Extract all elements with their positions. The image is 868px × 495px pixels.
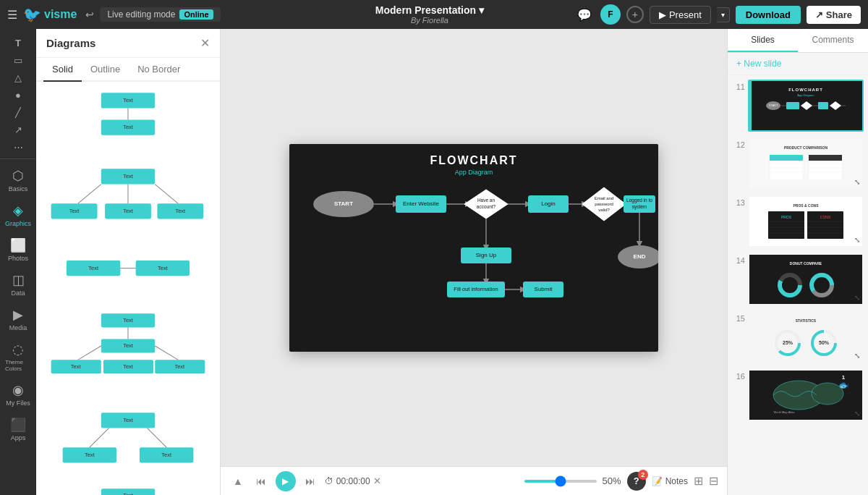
new-slide-btn[interactable]: + New slide	[728, 53, 868, 75]
slide-thumb-15[interactable]: 15 STATISTICS 25% 50% ⤡	[732, 311, 864, 363]
prev-frame-btn[interactable]: ⏮	[252, 474, 270, 488]
diagram-item-1[interactable]: Text Text	[43, 89, 213, 153]
logo-bird-icon: 🐦	[23, 6, 41, 23]
sidebar-item-my-files[interactable]: ◉ My Files	[2, 378, 34, 411]
diagram-svg-6: Text Text Text	[43, 485, 213, 495]
tab-outline[interactable]: Outline	[82, 58, 129, 82]
slide-preview-16[interactable]: World Map Atlas 🐟 1 ⤡	[748, 369, 864, 421]
diagram-svg-4: Text Text Text Text Text	[43, 310, 213, 394]
svg-rect-100	[770, 155, 803, 161]
sidebar-item-media[interactable]: ▶ Media	[2, 302, 34, 336]
grid-view-btn[interactable]: ⊞	[694, 474, 703, 488]
list-view-btn[interactable]: ⊟	[709, 474, 718, 488]
slide-thumb-14[interactable]: 14 DONUT COMPARE ⤡	[732, 253, 864, 305]
slide-thumbnail-svg-12: PRODUCT COMPARISON	[762, 142, 849, 185]
stop-btn[interactable]: ✕	[373, 475, 381, 486]
panel-close-btn[interactable]: ✕	[200, 36, 210, 50]
graphics-icon: ◈	[13, 203, 23, 219]
topbar-left: ☰ 🐦 visme ↩ Live editing mode Online	[7, 6, 285, 23]
svg-text:Text: Text	[123, 417, 134, 423]
prev-slide-btn[interactable]: ▲	[229, 474, 247, 488]
slide-preview-11[interactable]: FLOWCHART App Diagram START	[748, 80, 864, 132]
expand-icon-14: ⤡	[854, 294, 860, 302]
svg-text:Text: Text	[71, 363, 82, 369]
sidebar-item-apps[interactable]: ⬛ Apps	[2, 412, 34, 446]
svg-text:Email and: Email and	[595, 196, 614, 200]
more-tools-btn[interactable]: ⋯	[9, 139, 27, 156]
svg-text:END: END	[634, 253, 646, 260]
notes-btn[interactable]: 📝 Notes	[652, 476, 688, 486]
flowchart-svg: START Enter Website Have an account?	[289, 172, 658, 345]
diagram-svg-5: Text Text Text	[43, 409, 213, 470]
slide-num-16: 16	[732, 372, 745, 381]
slides-tabs: Slides Comments	[728, 29, 868, 53]
svg-text:DONUT COMPARE: DONUT COMPARE	[790, 261, 822, 266]
play-icon: ▶	[659, 9, 666, 20]
logo: 🐦 visme	[23, 6, 77, 23]
notes-icon: 📝	[652, 476, 663, 486]
diagram-svg-3: Text Text	[43, 249, 213, 295]
svg-text:Text: Text	[88, 264, 99, 271]
presentation-title[interactable]: Modern Presentation ▾	[375, 4, 484, 16]
arrow-tool-btn[interactable]: ↗	[10, 122, 27, 138]
diagram-item-3[interactable]: Text Text	[43, 249, 213, 298]
canvas-scroll[interactable]: FLOWCHART App Diagram START Enter Websit…	[221, 29, 727, 466]
svg-text:account?: account?	[477, 204, 496, 209]
present-button[interactable]: ▶ Present	[650, 6, 711, 24]
share-button[interactable]: ↗ Share	[807, 6, 861, 24]
rect-tool-btn[interactable]: ▭	[9, 52, 27, 69]
tab-comments[interactable]: Comments	[798, 29, 868, 52]
next-frame-btn[interactable]: ⏭	[302, 474, 319, 488]
notification-badge: 2	[638, 470, 648, 480]
svg-line-8	[155, 185, 178, 204]
circle-tool-btn[interactable]: ●	[11, 87, 25, 103]
time-value: 00:00:00	[336, 476, 370, 486]
slide-preview-12[interactable]: PRODUCT COMPARISON ⤡	[748, 138, 864, 190]
sidebar-item-photos[interactable]: ⬜ Photos	[2, 233, 34, 266]
undo-icon[interactable]: ↩	[85, 9, 94, 20]
sidebar-item-theme-colors[interactable]: ◌ Theme Colors	[2, 337, 34, 376]
sidebar-item-graphics[interactable]: ◈ Graphics	[2, 198, 34, 232]
photos-icon: ⬜	[10, 237, 26, 253]
sidebar-item-data[interactable]: ◫ Data	[2, 268, 34, 301]
help-btn[interactable]: ? 2	[627, 472, 646, 491]
add-collaborator-btn[interactable]: +	[626, 6, 644, 23]
live-mode-label: Live editing mode	[107, 9, 175, 20]
tab-solid[interactable]: Solid	[43, 58, 82, 82]
play-pause-btn[interactable]: ▶	[276, 471, 296, 491]
slide-preview-13[interactable]: PROS & CONS PROS CONS ⤡	[748, 195, 864, 248]
slide-thumb-12[interactable]: 12 PRODUCT COMPARISON	[732, 138, 864, 190]
diagram-item-4[interactable]: Text Text Text Text Text	[43, 310, 213, 397]
line-tool-btn[interactable]: ╱	[11, 104, 25, 121]
my-files-icon: ◉	[12, 382, 24, 398]
present-dropdown-btn[interactable]: ▾	[717, 7, 730, 22]
icon-sidebar: T ▭ △ ● ╱ ↗ ⋯ ⬡ Basics ◈ Graphics ⬜ Phot…	[0, 29, 36, 495]
svg-marker-94	[830, 101, 841, 110]
svg-text:PROS & CONS: PROS & CONS	[793, 203, 819, 208]
triangle-tool-btn[interactable]: △	[10, 69, 26, 86]
slide-num-11: 11	[732, 82, 745, 91]
download-button[interactable]: Download	[736, 6, 801, 24]
diagram-item-2[interactable]: Text Text Text Text	[43, 165, 213, 237]
tab-slides[interactable]: Slides	[728, 29, 798, 52]
slide-thumb-13[interactable]: 13 PROS & CONS PROS CONS	[732, 195, 864, 248]
diagram-item-5[interactable]: Text Text Text	[43, 409, 213, 473]
zoom-percent: 50%	[603, 475, 621, 486]
sidebar-item-basics[interactable]: ⬡ Basics	[2, 164, 34, 197]
tab-no-border[interactable]: No Border	[129, 58, 189, 82]
diagram-item-6[interactable]: Text Text Text	[43, 485, 213, 495]
slide-thumb-16[interactable]: 16 World Map Atlas 🐟 1	[732, 369, 864, 421]
presentation-author: By Fiorella	[411, 16, 448, 25]
comment-icon-btn[interactable]: 💬	[574, 5, 595, 25]
slide-thumb-11[interactable]: 11 FLOWCHART App Diagram START	[732, 80, 864, 132]
bottom-bar: ▲ ⏮ ▶ ⏭ ⏱ 00:00:00 ✕ 50% ? 2 📝 Notes ⊞ ⊟	[221, 466, 727, 495]
text-tool-btn[interactable]: T	[11, 35, 25, 51]
slide-preview-14[interactable]: DONUT COMPARE ⤡	[748, 253, 864, 305]
zoom-slider[interactable]	[524, 480, 597, 483]
hamburger-icon[interactable]: ☰	[7, 8, 17, 22]
expand-icon-13: ⤡	[854, 236, 860, 244]
slide-preview-15[interactable]: STATISTICS 25% 50% ⤡	[748, 311, 864, 363]
svg-line-27	[155, 346, 178, 360]
live-mode-indicator: Live editing mode Online	[100, 7, 220, 22]
apps-icon: ⬛	[10, 417, 26, 433]
